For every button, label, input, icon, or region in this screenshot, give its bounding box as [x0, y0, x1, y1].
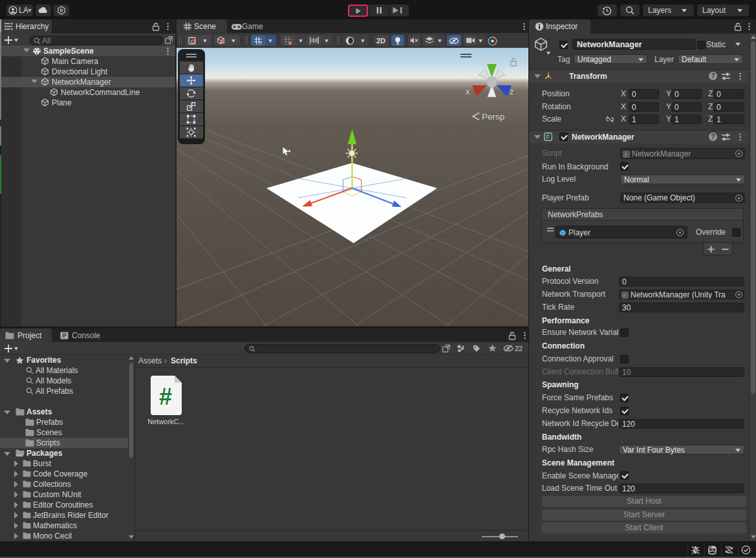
svg-text:Persp: Persp [482, 112, 504, 122]
svg-text:#: # [623, 292, 627, 298]
svg-text:x: x [466, 87, 470, 96]
svg-text:z: z [510, 87, 514, 96]
svg-text:y: y [488, 53, 493, 63]
svg-text:#: # [546, 133, 550, 140]
svg-text:Y: Y [259, 41, 262, 45]
svg-text:#: # [624, 151, 628, 157]
svg-text:#: # [159, 383, 172, 410]
